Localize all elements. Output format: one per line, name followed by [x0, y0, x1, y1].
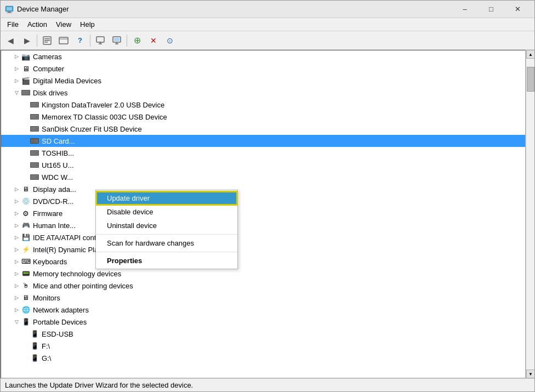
expand-icon-g: [21, 354, 30, 362]
expand-icon-hid: ▷: [12, 221, 21, 230]
maximize-button[interactable]: □: [479, 1, 504, 18]
expand-icon-dvd: ▷: [12, 197, 21, 206]
cameras-icon: [21, 52, 31, 61]
firmware-icon: [21, 208, 31, 218]
kingston-label: Kingston DataTraveler 2.0 USB Device: [42, 101, 164, 109]
update-driver-tb-button[interactable]: ⊙: [162, 33, 178, 48]
svg-point-49: [36, 177, 37, 178]
tree-item-wdcw[interactable]: WDC W...: [1, 171, 525, 183]
properties-label: Properties: [107, 257, 142, 265]
expand-icon-sdcard: [21, 137, 30, 145]
expand-icon-toshib: [21, 149, 30, 157]
status-bar: Launches the Update Driver Wizard for th…: [1, 378, 534, 391]
properties-button[interactable]: [39, 33, 55, 48]
tree-item-digital-media[interactable]: ▷ Digital Media Devices: [1, 75, 525, 87]
close-button[interactable]: ✕: [505, 1, 530, 18]
toolbar: ◀ ▶ ?: [1, 31, 534, 50]
back-button[interactable]: ◀: [3, 33, 18, 48]
scroll-thumb[interactable]: [527, 67, 534, 92]
tree-item-keyboards[interactable]: ▷ Keyboards: [1, 255, 525, 268]
tree-item-computer[interactable]: ▷ Computer: [1, 63, 525, 75]
svg-point-25: [36, 104, 37, 105]
menu-help[interactable]: Help: [76, 19, 99, 31]
window-controls: – □ ✕: [452, 1, 530, 18]
ut165-label: Ut165 U...: [42, 161, 74, 169]
monitor-button[interactable]: [93, 33, 108, 48]
context-menu: Update driver Disable device Uninstall d…: [95, 190, 238, 269]
expand-icon-esd: [21, 329, 30, 338]
memorex-icon: [30, 112, 39, 122]
tree-item-network-adapters[interactable]: ▷ Network adapters: [1, 304, 525, 316]
firmware-label: Firmware: [33, 209, 62, 218]
tree-item-toshib[interactable]: TOSHIB...: [1, 147, 525, 159]
svg-rect-15: [114, 38, 119, 41]
sandisk-label: SanDisk Cruzer Fit USB Device: [42, 125, 142, 133]
tree-item-portable-devices[interactable]: ▽ Portable Devices: [1, 316, 525, 328]
display-label: Display ada...: [33, 185, 76, 194]
monitor-alt-button[interactable]: [109, 33, 124, 48]
context-menu-scan-hardware[interactable]: Scan for hardware changes: [96, 236, 237, 250]
tree-item-ide[interactable]: ▷ IDE ATA/ATAPI controllers: [1, 231, 525, 243]
sandisk-icon: [30, 124, 39, 134]
tree-item-display-adapters[interactable]: ▷ Display ada...: [1, 183, 525, 195]
sdcard-label: SD Card...: [42, 137, 75, 145]
tree-item-monitors[interactable]: ▷ Monitors: [1, 292, 525, 304]
svg-point-21: [27, 92, 29, 93]
tree-item-fbackslash[interactable]: F:\: [1, 340, 525, 352]
esd-label: ESD-USB: [42, 330, 73, 338]
tree-item-memory-tech[interactable]: ▷ Memory technology devices: [1, 268, 525, 280]
scroll-track[interactable]: [526, 59, 534, 370]
monitors-icon: [21, 293, 31, 303]
tree-item-sandisk[interactable]: SanDisk Cruzer Fit USB Device: [1, 123, 525, 135]
menu-file[interactable]: File: [3, 19, 23, 31]
remove-button[interactable]: ✕: [146, 33, 161, 48]
tree-item-esd-usb[interactable]: ESD-USB: [1, 328, 525, 340]
context-menu-separator-2: [96, 252, 237, 252]
scan-button[interactable]: ⊕: [129, 33, 145, 48]
minimize-button[interactable]: –: [452, 1, 477, 18]
expand-icon-sandisk: [21, 124, 30, 133]
scroll-up-arrow[interactable]: ▲: [526, 50, 534, 59]
memory-tech-icon: [21, 269, 31, 279]
tree-item-dvd[interactable]: ▷ DVD/CD-R...: [1, 195, 525, 207]
expand-icon-ut165: [21, 161, 30, 169]
help-button[interactable]: ?: [72, 33, 88, 48]
tree-item-disk-drives[interactable]: ▽ Disk drives: [1, 87, 525, 99]
menu-view[interactable]: View: [52, 19, 76, 31]
tree-item-sdcard[interactable]: SD Card...: [1, 135, 525, 147]
forward-button[interactable]: ▶: [19, 33, 35, 48]
tree-item-intel[interactable]: ▷ Intel(R) Dynamic Platform and Thermal …: [1, 243, 525, 255]
tree-item-cameras[interactable]: ▷ Cameras: [1, 50, 525, 63]
svg-point-29: [36, 116, 37, 117]
tree-item-gbackslash[interactable]: G:\: [1, 352, 525, 364]
expand-icon-monitors: ▷: [12, 293, 21, 302]
context-menu-properties[interactable]: Properties: [96, 254, 237, 268]
expand-icon-firmware: ▷: [12, 209, 21, 218]
menu-action[interactable]: Action: [23, 19, 52, 31]
monitors-label: Monitors: [33, 294, 60, 302]
ut165-icon: [30, 160, 39, 170]
context-menu-disable-device[interactable]: Disable device: [96, 205, 237, 219]
device-tree[interactable]: ▷ Cameras ▷ Computer ▷ Digital Media Dev…: [1, 50, 526, 378]
context-menu-update-driver[interactable]: Update driver: [96, 191, 237, 205]
svg-rect-7: [44, 42, 48, 43]
tree-item-memorex[interactable]: Memorex TD Classic 003C USB Device: [1, 111, 525, 123]
display-icon: [21, 184, 31, 194]
tree-item-kingston[interactable]: Kingston DataTraveler 2.0 USB Device: [1, 99, 525, 111]
tree-item-mice[interactable]: ▷ Mice and other pointing devices: [1, 280, 525, 292]
wdcw-label: WDC W...: [42, 173, 73, 181]
tree-item-ut165[interactable]: Ut165 U...: [1, 159, 525, 171]
show-details-button[interactable]: [56, 33, 71, 48]
dvd-icon: [21, 196, 31, 206]
svg-point-41: [36, 152, 37, 154]
cameras-label: Cameras: [33, 53, 62, 61]
scrollbar[interactable]: ▲ ▼: [526, 50, 534, 378]
context-menu-uninstall-device[interactable]: Uninstall device: [96, 219, 237, 232]
scroll-down-arrow[interactable]: ▼: [526, 370, 534, 378]
tree-item-firmware[interactable]: ▷ Firmware: [1, 207, 525, 219]
toshib-label: TOSHIB...: [42, 149, 74, 157]
expand-icon-kingston: [21, 100, 30, 109]
expand-icon-computer: ▷: [12, 64, 21, 73]
tree-item-hid[interactable]: ▷ Human Inte...: [1, 219, 525, 231]
svg-rect-10: [96, 37, 104, 42]
